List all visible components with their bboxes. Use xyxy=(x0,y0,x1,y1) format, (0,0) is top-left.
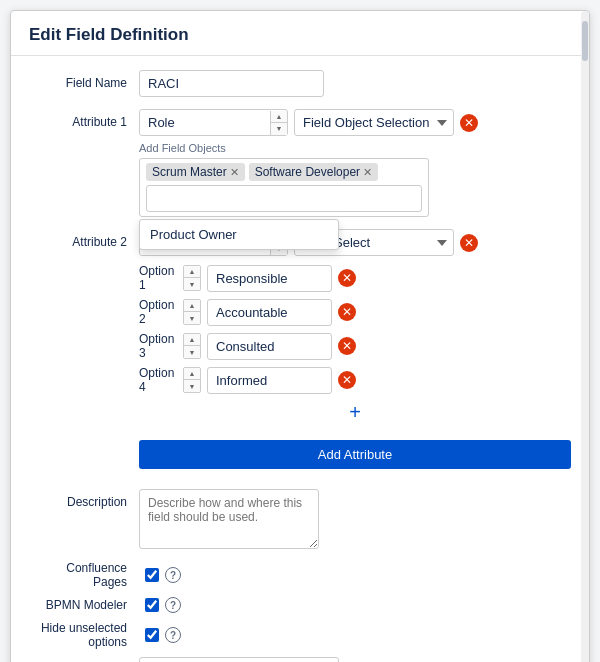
search-spaces-input[interactable] xyxy=(139,657,339,662)
attribute1-remove-btn[interactable]: ✕ xyxy=(460,114,478,132)
bpmn-modeler-row: BPMN Modeler ? xyxy=(29,597,571,613)
hide-unselected-info-icon[interactable]: ? xyxy=(165,627,181,643)
add-attribute-content: Add Attribute xyxy=(139,434,571,477)
option3-arrows: ▲ ▼ xyxy=(183,333,201,359)
add-field-objects-label: Add Field Objects xyxy=(139,142,571,154)
description-content xyxy=(139,489,571,549)
attribute2-label: Attribute 2 xyxy=(29,229,139,249)
tag-scrum-master: Scrum Master ✕ xyxy=(146,163,245,181)
hide-unselected-label: Hide unselected options xyxy=(29,621,139,649)
option2-up[interactable]: ▲ xyxy=(184,300,200,312)
option3-down[interactable]: ▼ xyxy=(184,346,200,358)
option1-remove-btn[interactable]: ✕ xyxy=(338,269,356,287)
suggestion-dropdown: Product Owner xyxy=(139,219,339,250)
bpmn-modeler-content: ? xyxy=(145,597,181,613)
attribute2-row: Attribute 2 ▲ ▼ Multi Select ✕ xyxy=(29,229,571,422)
confluence-pages-info-icon[interactable]: ? xyxy=(165,567,181,583)
field-name-input[interactable] xyxy=(139,70,324,97)
attribute2-content: ▲ ▼ Multi Select ✕ Option 1 xyxy=(139,229,571,422)
tags-wrapper: Scrum Master ✕ Software Developer ✕ Prod… xyxy=(139,158,571,217)
attribute1-row: Attribute 1 ▲ ▼ Field Object Selection ✕ xyxy=(29,109,571,217)
option4-remove-btn[interactable]: ✕ xyxy=(338,371,356,389)
modal-title: Edit Field Definition xyxy=(29,25,189,44)
modal-header: Edit Field Definition xyxy=(11,11,589,56)
add-attribute-spacer xyxy=(29,434,139,440)
attribute1-label: Attribute 1 xyxy=(29,109,139,129)
option4-input[interactable] xyxy=(207,367,332,394)
add-attribute-row: Add Attribute xyxy=(29,434,571,477)
attribute2-remove-btn[interactable]: ✕ xyxy=(460,234,478,252)
option4-arrows: ▲ ▼ xyxy=(183,367,201,393)
tags-text-input[interactable] xyxy=(146,185,422,212)
tag-scrum-master-remove[interactable]: ✕ xyxy=(230,166,239,179)
scrollbar-track[interactable] xyxy=(581,11,589,662)
edit-field-modal: Edit Field Definition Field Name Attribu… xyxy=(10,10,590,662)
attribute1-up-arrow[interactable]: ▲ xyxy=(271,111,287,123)
tag-software-developer-remove[interactable]: ✕ xyxy=(363,166,372,179)
confluence-pages-row: Confluence Pages ? xyxy=(29,561,571,589)
bpmn-modeler-label: BPMN Modeler xyxy=(29,598,139,612)
option4-label: Option 4 ▲ ▼ xyxy=(139,366,201,394)
options-section: Option 1 ▲ ▼ ✕ Option 2 xyxy=(139,264,571,394)
attribute1-down-arrow[interactable]: ▼ xyxy=(271,123,287,135)
field-name-row: Field Name xyxy=(29,70,571,97)
attribute1-text-input[interactable] xyxy=(140,110,270,135)
bpmn-modeler-info-icon[interactable]: ? xyxy=(165,597,181,613)
option2-remove-btn[interactable]: ✕ xyxy=(338,303,356,321)
scrollbar-thumb[interactable] xyxy=(582,21,588,61)
tags-input-container[interactable]: Scrum Master ✕ Software Developer ✕ xyxy=(139,158,429,217)
option2-input[interactable] xyxy=(207,299,332,326)
description-textarea[interactable] xyxy=(139,489,319,549)
restrict-content: Space name Space key Field Definition is… xyxy=(139,657,571,662)
description-label: Description xyxy=(29,489,139,509)
tag-software-developer: Software Developer ✕ xyxy=(249,163,378,181)
suggestion-product-owner[interactable]: Product Owner xyxy=(140,220,338,249)
hide-unselected-row: Hide unselected options ? xyxy=(29,621,571,649)
field-name-label: Field Name xyxy=(29,70,139,90)
option1-row: Option 1 ▲ ▼ ✕ xyxy=(139,264,571,292)
restrict-row: Restrict Field Definition for Confluence… xyxy=(29,657,571,662)
option2-down[interactable]: ▼ xyxy=(184,312,200,324)
option2-label: Option 2 ▲ ▼ xyxy=(139,298,201,326)
option4-row: Option 4 ▲ ▼ ✕ xyxy=(139,366,571,394)
hide-unselected-checkbox[interactable] xyxy=(145,628,159,642)
description-row: Description xyxy=(29,489,571,549)
option3-row: Option 3 ▲ ▼ ✕ xyxy=(139,332,571,360)
confluence-pages-content: ? xyxy=(145,567,181,583)
attribute1-input-row: ▲ ▼ Field Object Selection ✕ xyxy=(139,109,571,136)
option3-input[interactable] xyxy=(207,333,332,360)
option1-up[interactable]: ▲ xyxy=(184,266,200,278)
option1-label: Option 1 ▲ ▼ xyxy=(139,264,201,292)
attribute1-arrows: ▲ ▼ xyxy=(270,111,287,135)
option3-up[interactable]: ▲ xyxy=(184,334,200,346)
add-option-btn[interactable]: + xyxy=(139,402,571,422)
field-name-content xyxy=(139,70,571,97)
option1-input[interactable] xyxy=(207,265,332,292)
confluence-pages-label: Confluence Pages xyxy=(29,561,139,589)
option3-label: Option 3 ▲ ▼ xyxy=(139,332,201,360)
attribute1-content: ▲ ▼ Field Object Selection ✕ Add Field O… xyxy=(139,109,571,217)
option2-row: Option 2 ▲ ▼ ✕ xyxy=(139,298,571,326)
tag-software-developer-label: Software Developer xyxy=(255,165,360,179)
attribute1-dropdown[interactable]: Field Object Selection xyxy=(294,109,454,136)
hide-unselected-content: ? xyxy=(145,627,181,643)
option1-down[interactable]: ▼ xyxy=(184,278,200,290)
bpmn-modeler-checkbox[interactable] xyxy=(145,598,159,612)
option2-arrows: ▲ ▼ xyxy=(183,299,201,325)
option4-up[interactable]: ▲ xyxy=(184,368,200,380)
confluence-pages-checkbox[interactable] xyxy=(145,568,159,582)
tag-scrum-master-label: Scrum Master xyxy=(152,165,227,179)
option3-remove-btn[interactable]: ✕ xyxy=(338,337,356,355)
add-attribute-btn[interactable]: Add Attribute xyxy=(139,440,571,469)
restrict-label: Restrict Field Definition for Confluence… xyxy=(29,657,139,662)
option1-arrows: ▲ ▼ xyxy=(183,265,201,291)
modal-body: Field Name Attribute 1 ▲ ▼ xyxy=(11,56,589,662)
option4-down[interactable]: ▼ xyxy=(184,380,200,392)
attribute1-spinner: ▲ ▼ xyxy=(139,109,288,136)
